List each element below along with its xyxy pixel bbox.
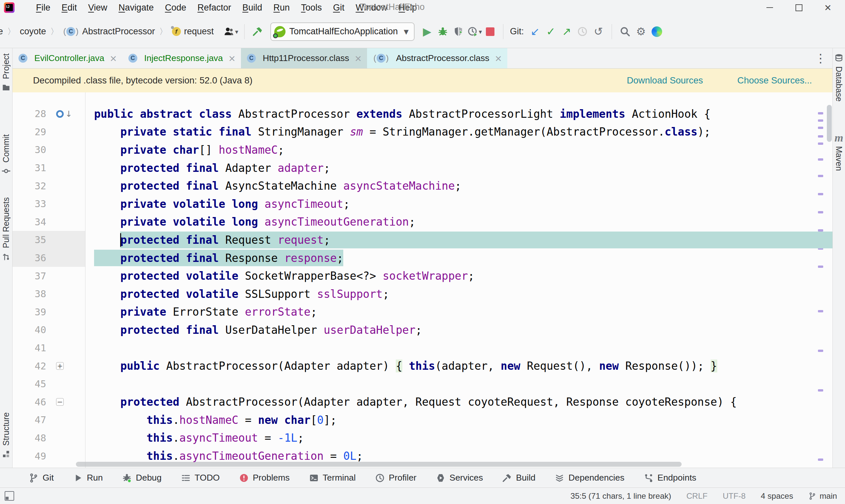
menu-refactor[interactable]: Refactor	[192, 3, 237, 13]
code-text[interactable]	[85, 375, 832, 393]
build-project-button[interactable]	[250, 24, 266, 40]
breadcrumb-item-coyote[interactable]: coyote	[20, 26, 46, 37]
layout-panel-icon[interactable]	[5, 491, 14, 501]
debug-button[interactable]	[435, 24, 451, 40]
git-update-button[interactable]: ↙	[527, 24, 543, 40]
run-button[interactable]: ▶	[419, 24, 435, 40]
indent-indicator[interactable]: 4 spaces	[761, 491, 793, 501]
code-line-35[interactable]: 35 protected final Request request;	[13, 231, 832, 249]
code-text[interactable]: this.hostNameC = new char[0];	[85, 411, 832, 429]
menu-tools[interactable]: Tools	[295, 3, 328, 13]
tool-window-button-structure[interactable]: Structure	[1, 412, 11, 458]
run-configuration-select[interactable]: TomcatHalfEchoApplication ▼	[270, 22, 415, 41]
code-text[interactable]: public abstract class AbstractProcessor …	[85, 105, 832, 123]
unfold-icon[interactable]: +	[56, 362, 64, 370]
editor-tab-abstractprocessor-class[interactable]: (C)AbstractProcessor.class×	[367, 48, 507, 68]
maximize-button[interactable]	[784, 0, 813, 15]
tool-window-button-debug[interactable]: Debug	[112, 473, 171, 483]
code-text[interactable]: private static final StringManager sm = …	[85, 123, 832, 141]
code-line-38[interactable]: 38 protected volatile SSLSupport sslSupp…	[13, 285, 832, 303]
code-line-28[interactable]: 28↓public abstract class AbstractProcess…	[13, 105, 832, 123]
code-text[interactable]: protected final Response response;	[85, 249, 832, 267]
tool-window-button-dependencies[interactable]: Dependencies	[545, 473, 634, 483]
tool-window-button-todo[interactable]: TODO	[171, 473, 229, 483]
history-button[interactable]	[575, 24, 591, 40]
tool-window-button-pull-requests[interactable]: Pull Requests	[1, 197, 11, 261]
menu-build[interactable]: Build	[237, 3, 268, 13]
line-separator-indicator[interactable]: CRLF	[686, 491, 707, 501]
profiler-button[interactable]: ▾	[467, 24, 482, 40]
tool-window-button-profiler[interactable]: Profiler	[365, 473, 426, 483]
code-line-40[interactable]: 40 protected final UserDataHelper userDa…	[13, 321, 832, 339]
run-with-coverage-button[interactable]	[451, 24, 467, 40]
code-text[interactable]: private char[] hostNameC;	[85, 141, 832, 159]
menu-navigate[interactable]: Navigate	[113, 3, 159, 13]
code-line-36[interactable]: 36 protected final Response response;	[13, 249, 832, 267]
menu-code[interactable]: Code	[159, 3, 192, 13]
menu-run[interactable]: Run	[268, 3, 295, 13]
tool-window-button-endpoints[interactable]: Endpoints	[634, 473, 706, 483]
code-with-me-button[interactable]	[649, 24, 665, 40]
code-line-29[interactable]: 29 private static final StringManager sm…	[13, 123, 832, 141]
editor-tab-injectresponse-java[interactable]: CInjectResponse.java×	[122, 48, 241, 68]
code-line-30[interactable]: 30 private char[] hostNameC;	[13, 141, 832, 159]
tool-window-button-project[interactable]: Project	[1, 53, 11, 92]
menu-file[interactable]: File	[30, 3, 56, 13]
code-text[interactable]: protected AbstractProcessor(Adapter adap…	[85, 393, 832, 411]
tab-close-icon[interactable]: ×	[354, 53, 362, 63]
code-text[interactable]: protected final Request request;	[85, 231, 832, 249]
code-text[interactable]: public AbstractProcessor(Adapter adapter…	[85, 357, 832, 375]
code-line-34[interactable]: 34 private volatile long asyncTimeoutGen…	[13, 213, 832, 231]
code-line-45[interactable]: 45	[13, 375, 832, 393]
tool-window-button-terminal[interactable]: Terminal	[299, 473, 365, 483]
code-line-47[interactable]: 47 this.hostNameC = new char[0];	[13, 411, 832, 429]
code-editor[interactable]: 28↓public abstract class AbstractProcess…	[13, 92, 832, 468]
code-text[interactable]: protected final AsyncStateMachine asyncS…	[85, 177, 832, 195]
tab-close-icon[interactable]: ×	[110, 53, 117, 63]
search-everywhere-button[interactable]	[617, 24, 633, 40]
vertical-scrollbar-thumb[interactable]	[827, 105, 832, 142]
code-line-37[interactable]: 37 protected volatile SocketWrapperBase<…	[13, 267, 832, 285]
editor-tab-evilcontroller-java[interactable]: CEvilController.java×	[13, 48, 122, 68]
tool-window-button-problems[interactable]: Problems	[229, 473, 299, 483]
tab-close-icon[interactable]: ×	[494, 53, 502, 63]
code-line-31[interactable]: 31 protected final Adapter adapter;	[13, 159, 832, 177]
code-text[interactable]: private volatile long asyncTimeout;	[85, 195, 832, 213]
code-line-48[interactable]: 48 this.asyncTimeout = -1L;	[13, 429, 832, 447]
tool-window-button-database[interactable]: Database	[834, 53, 844, 102]
fold-icon[interactable]: −	[56, 398, 64, 406]
code-line-46[interactable]: 46− protected AbstractProcessor(Adapter …	[13, 393, 832, 411]
tool-window-button-maven[interactable]: mMaven	[834, 133, 844, 171]
tab-close-icon[interactable]: ×	[228, 53, 236, 63]
encoding-indicator[interactable]: UTF-8	[723, 491, 745, 501]
code-text[interactable]: protected final UserDataHelper userDataH…	[85, 321, 832, 339]
code-text[interactable]: this.asyncTimeout = -1L;	[85, 429, 832, 447]
code-line-32[interactable]: 32 protected final AsyncStateMachine asy…	[13, 177, 832, 195]
code-text[interactable]: protected volatile SocketWrapperBase<?> …	[85, 267, 832, 285]
caret-position[interactable]: 35:5 (71 chars, 1 line break)	[570, 491, 671, 501]
menu-git[interactable]: Git	[328, 3, 350, 13]
download-sources-link[interactable]: Download Sources	[627, 75, 703, 86]
git-commit-button[interactable]: ✓	[543, 24, 559, 40]
code-text[interactable]: protected volatile SSLSupport sslSupport…	[85, 285, 832, 303]
close-button[interactable]: ✕	[813, 0, 842, 15]
code-text[interactable]: private volatile long asyncTimeoutGenera…	[85, 213, 832, 231]
breadcrumb-item-request[interactable]: frequest	[172, 26, 214, 37]
editor-tab-http11processor-class[interactable]: CHttp11Processor.class×	[241, 48, 367, 68]
settings-button[interactable]: ⚙	[633, 24, 649, 40]
code-line-42[interactable]: 42+ public AbstractProcessor(Adapter ada…	[13, 357, 832, 375]
code-line-41[interactable]: 41	[13, 339, 832, 357]
code-line-39[interactable]: 39 private ErrorState errorState;	[13, 303, 832, 321]
tool-window-button-commit[interactable]: Commit	[1, 134, 11, 176]
minimize-button[interactable]	[755, 0, 784, 15]
tab-options-button[interactable]: ⋮	[809, 48, 832, 68]
code-text[interactable]	[85, 339, 832, 357]
code-text[interactable]: private ErrorState errorState;	[85, 303, 832, 321]
tool-window-button-services[interactable]: Services	[426, 473, 493, 483]
tool-window-button-git[interactable]: Git	[19, 473, 64, 483]
rollback-button[interactable]: ↺	[591, 24, 606, 40]
git-branch-indicator[interactable]: main	[808, 491, 837, 501]
menu-view[interactable]: View	[83, 3, 113, 13]
git-push-button[interactable]: ↗	[559, 24, 575, 40]
choose-sources-link[interactable]: Choose Sources...	[737, 75, 812, 86]
